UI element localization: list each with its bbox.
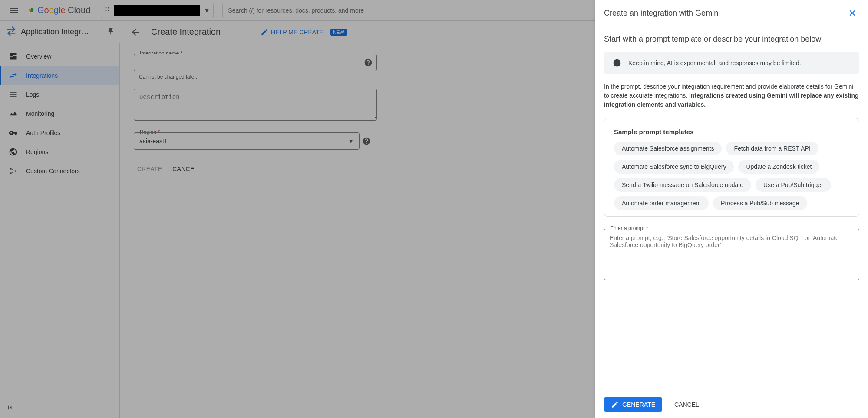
template-chip[interactable]: Process a Pub/Sub message [713, 196, 807, 210]
panel-title: Create an integration with Gemini [604, 9, 845, 18]
info-text: Keep in mind, AI is experimental, and re… [628, 59, 801, 66]
panel-cancel-button[interactable]: CANCEL [669, 398, 704, 411]
templates-box: Sample prompt templates Automate Salesfo… [604, 118, 859, 217]
info-icon [613, 59, 621, 67]
panel-subtitle: Start with a prompt template or describe… [604, 35, 859, 44]
panel-description: In the prompt, describe your integration… [604, 82, 859, 109]
prompt-label: Enter a prompt * [608, 225, 650, 231]
generate-label: GENERATE [622, 401, 655, 408]
template-chip[interactable]: Automate order management [614, 196, 709, 210]
info-banner: Keep in mind, AI is experimental, and re… [604, 52, 859, 74]
template-chips: Automate Salesforce assignments Fetch da… [614, 142, 849, 210]
gemini-panel: Create an integration with Gemini Start … [595, 0, 868, 418]
templates-title: Sample prompt templates [614, 128, 849, 135]
template-chip[interactable]: Send a Twilio message on Salesforce upda… [614, 178, 751, 192]
template-chip[interactable]: Use a Pub/Sub trigger [756, 178, 831, 192]
close-icon[interactable] [845, 6, 859, 20]
template-chip[interactable]: Automate Salesforce sync to BigQuery [614, 160, 734, 174]
template-chip[interactable]: Update a Zendesk ticket [738, 160, 819, 174]
generate-button[interactable]: GENERATE [604, 397, 662, 412]
template-chip[interactable]: Fetch data from a REST API [726, 142, 818, 155]
prompt-textarea[interactable] [604, 229, 859, 280]
template-chip[interactable]: Automate Salesforce assignments [614, 142, 722, 155]
